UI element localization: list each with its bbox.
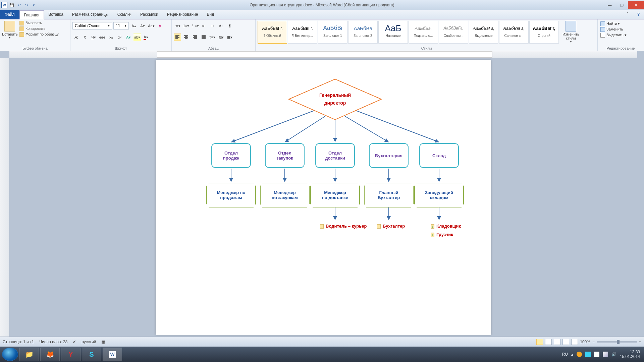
copy-button[interactable]: Копировать bbox=[19, 26, 59, 31]
zoom-slider[interactable] bbox=[597, 341, 637, 343]
underline-button[interactable]: Ч▾ bbox=[90, 34, 97, 41]
italic-button[interactable]: К bbox=[81, 34, 89, 41]
inc-indent-button[interactable]: ⇥ bbox=[209, 22, 216, 29]
manager-box-4[interactable]: Заведующийскладом bbox=[414, 183, 464, 207]
style-tile-6[interactable]: АаБбВвГг,Слабое вы... bbox=[439, 21, 468, 44]
view-web[interactable] bbox=[554, 339, 560, 345]
horizontal-ruler[interactable] bbox=[9, 51, 637, 58]
shrink-font-button[interactable]: A▾ bbox=[139, 22, 146, 29]
styles-gallery[interactable]: АаБбВвГг,¶ ОбычныйАаБбВвГг,¶ Без интер..… bbox=[258, 21, 559, 44]
strike-button[interactable]: abc bbox=[99, 34, 106, 41]
find-button[interactable]: Найти ▾ bbox=[600, 21, 627, 26]
redo-icon[interactable]: ↷ bbox=[23, 2, 30, 8]
style-tile-4[interactable]: АаБНазвание bbox=[378, 21, 408, 44]
help-icon[interactable]: ? bbox=[633, 10, 644, 19]
status-proofing-icon[interactable]: ✔ bbox=[73, 340, 76, 344]
superscript-button[interactable]: x² bbox=[116, 34, 123, 41]
tab-insert[interactable]: Вставка bbox=[44, 10, 68, 19]
tab-review[interactable]: Рецензирование bbox=[163, 10, 203, 19]
dec-indent-button[interactable]: ⇤ bbox=[200, 22, 207, 29]
tray-app-icon-2[interactable] bbox=[585, 352, 591, 357]
pilcrow-button[interactable]: ¶ bbox=[226, 22, 233, 29]
close-button[interactable]: ✕ bbox=[628, 1, 644, 9]
status-page[interactable]: Страница: 1 из 1 bbox=[3, 340, 34, 344]
dept-box-2[interactable]: Отделдоставки bbox=[315, 143, 355, 168]
tray-chevron-up-icon[interactable]: ▴ bbox=[571, 352, 573, 357]
manager-box-1[interactable]: Менеджерпо закупкам bbox=[260, 183, 310, 207]
align-justify-button[interactable] bbox=[200, 34, 207, 41]
dept-box-3[interactable]: Бухгалтерия bbox=[369, 143, 409, 168]
dept-box-1[interactable]: Отделзакупок bbox=[265, 143, 305, 168]
taskbar-yandex[interactable]: Y bbox=[61, 348, 80, 361]
view-outline[interactable] bbox=[562, 339, 569, 345]
taskbar-firefox[interactable]: 🦊 bbox=[40, 348, 60, 361]
subscript-button[interactable]: x₂ bbox=[107, 34, 115, 41]
style-tile-0[interactable]: АаБбВвГг,¶ Обычный bbox=[258, 21, 287, 44]
select-button[interactable]: Выделить ▾ bbox=[600, 33, 627, 38]
tray-network-icon[interactable] bbox=[603, 352, 608, 357]
tray-keyboard[interactable]: RU bbox=[562, 352, 568, 357]
change-case-button[interactable]: Aa▾ bbox=[148, 22, 155, 29]
cut-button[interactable]: Вырезать bbox=[19, 21, 59, 25]
taskbar-word[interactable]: W bbox=[103, 348, 122, 361]
view-fullscreen[interactable] bbox=[545, 339, 552, 345]
grow-font-button[interactable]: A▴ bbox=[130, 22, 138, 29]
line-spacing-button[interactable]: ‡≡▾ bbox=[209, 34, 216, 41]
dept-box-4[interactable]: Склад bbox=[419, 143, 459, 168]
zoom-out-button[interactable]: − bbox=[592, 340, 595, 344]
tray-volume-icon[interactable]: 🔊 bbox=[611, 352, 616, 357]
shading-button[interactable]: ▧▾ bbox=[217, 34, 225, 41]
format-painter-button[interactable]: Формат по образцу bbox=[19, 32, 59, 37]
tab-layout[interactable]: Разметка страницы bbox=[68, 10, 113, 19]
staff-loader[interactable]: Грузчик bbox=[431, 232, 453, 237]
tab-file[interactable]: Файл bbox=[0, 10, 19, 19]
font-color-button[interactable]: A▾ bbox=[142, 34, 150, 41]
taskbar-explorer[interactable]: 📁 bbox=[19, 348, 39, 361]
style-tile-1[interactable]: АаБбВвГг,¶ Без интер... bbox=[288, 21, 317, 44]
dept-box-0[interactable]: Отделпродаж bbox=[211, 143, 251, 168]
tab-references[interactable]: Ссылки bbox=[113, 10, 136, 19]
staff-driver[interactable]: Водитель – курьер bbox=[320, 224, 367, 229]
minimize-button[interactable]: — bbox=[604, 1, 616, 9]
save-icon[interactable]: 💾 bbox=[9, 2, 15, 8]
view-draft[interactable] bbox=[571, 339, 578, 345]
maximize-button[interactable]: ▢ bbox=[616, 1, 628, 9]
bold-button[interactable]: Ж bbox=[72, 34, 80, 41]
ribbon-minimize-icon[interactable]: ˄ bbox=[622, 10, 633, 19]
sort-button[interactable]: A↓ bbox=[217, 22, 225, 29]
font-size-combo[interactable]: 11▾ bbox=[113, 22, 129, 29]
font-name-combo[interactable]: Calibri (Основ▾ bbox=[72, 22, 112, 29]
clear-format-button[interactable]: A̷ bbox=[156, 22, 164, 29]
text-effects-button[interactable]: A▾ bbox=[125, 34, 132, 41]
align-left-button[interactable] bbox=[174, 34, 181, 41]
taskbar-skype[interactable]: S bbox=[82, 348, 101, 361]
start-button[interactable] bbox=[2, 348, 18, 361]
numbering-button[interactable]: 1≡▾ bbox=[182, 22, 190, 29]
zoom-level[interactable]: 100% bbox=[580, 340, 590, 344]
bullets-button[interactable]: ≔▾ bbox=[174, 22, 181, 29]
tab-mailings[interactable]: Рассылки bbox=[136, 10, 163, 19]
tray-flag-icon[interactable] bbox=[594, 352, 599, 357]
status-language[interactable]: русский bbox=[82, 340, 96, 344]
manager-box-3[interactable]: ГлавныйБухгалтер bbox=[364, 183, 414, 207]
manager-box-2[interactable]: Менеджерпо доставке bbox=[310, 183, 360, 207]
staff-storekeeper[interactable]: Кладовщик bbox=[431, 224, 461, 229]
style-tile-8[interactable]: АаБбВвГг,Сильное в... bbox=[499, 21, 529, 44]
document-page[interactable]: Генеральный директор ОтделпродажОтделзак… bbox=[156, 60, 491, 335]
style-tile-7[interactable]: АаБбВвГг,Выделение bbox=[469, 21, 498, 44]
style-tile-5[interactable]: АаБбВв.Подзаголо... bbox=[409, 21, 438, 44]
change-styles-button[interactable]: Изменить стили ▾ bbox=[560, 21, 582, 43]
highlight-button[interactable]: ab▾ bbox=[133, 34, 141, 41]
tab-view[interactable]: Вид bbox=[202, 10, 218, 19]
view-print-layout[interactable] bbox=[536, 339, 543, 345]
tab-home[interactable]: Главная bbox=[19, 10, 44, 19]
style-tile-3[interactable]: АаБбВвЗаголовок 2 bbox=[348, 21, 378, 44]
document-viewport[interactable]: Генеральный директор ОтделпродажОтделзак… bbox=[9, 58, 637, 337]
vertical-ruler[interactable] bbox=[0, 58, 9, 337]
status-words[interactable]: Число слов: 28 bbox=[39, 340, 67, 344]
undo-icon[interactable]: ↶ bbox=[16, 2, 22, 8]
multilevel-button[interactable]: ⋮≡▾ bbox=[191, 22, 199, 29]
manager-box-0[interactable]: Менеджер попродажам bbox=[206, 183, 256, 207]
borders-button[interactable]: ▦▾ bbox=[226, 34, 233, 41]
zoom-in-button[interactable]: + bbox=[639, 340, 641, 344]
